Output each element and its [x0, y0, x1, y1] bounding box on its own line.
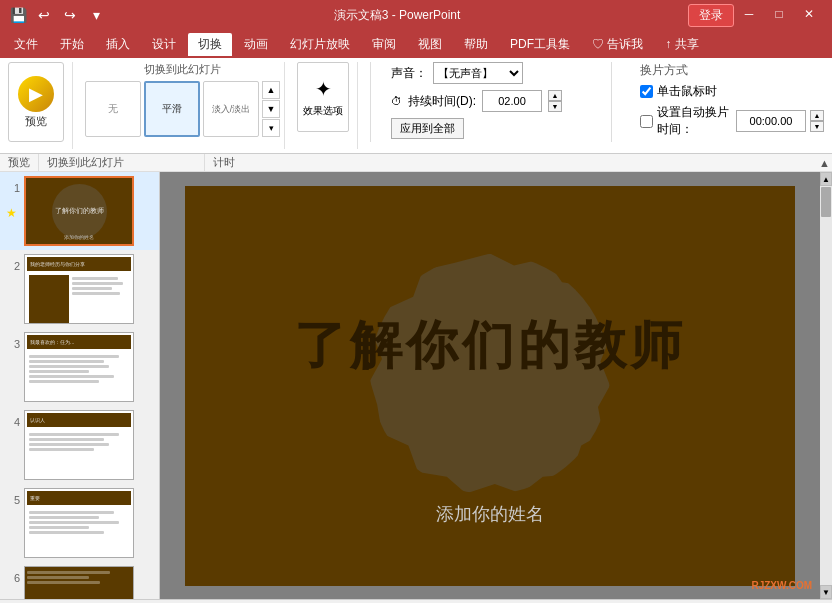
redo-icon[interactable]: ↪	[60, 5, 80, 25]
slide-thumb-2[interactable]: 2 我的老师经历与你们分享	[0, 250, 159, 328]
menu-file[interactable]: 文件	[4, 33, 48, 56]
scroll-down-button[interactable]: ▼	[820, 585, 832, 599]
slide-num-5: 5	[4, 494, 20, 506]
expand-icon[interactable]: ▲	[243, 157, 832, 169]
thumb-1-title: 了解你们的教师	[53, 204, 106, 218]
slide-num-1: 1	[4, 182, 20, 194]
login-button[interactable]: 登录	[688, 4, 734, 27]
save-icon[interactable]: 💾	[8, 5, 28, 25]
ribbon-timing: 声音： 【无声音】 ⏱ 持续时间(D): 02.00 ▲ ▼ 应用到全部 换片	[383, 62, 824, 149]
scroll-track[interactable]	[820, 186, 832, 585]
menu-pdf[interactable]: PDF工具集	[500, 33, 580, 56]
slide-panel: 1 ★ 了解你们的教师 添加你的姓名 2 我的老师经历与你们分享	[0, 172, 160, 599]
status-bar: 幻灯片 第 1 张，共 10 张 ⊞ 🔒 中文(中国) ☰ 备注 💬 批注 ⊞ …	[0, 599, 832, 603]
duration-spinner: ▲ ▼	[548, 90, 562, 112]
effects-label: 效果选项	[303, 104, 343, 118]
menu-tell[interactable]: ♡ 告诉我	[582, 33, 653, 56]
transition-none-label: 无	[108, 102, 118, 116]
slide-thumb-5[interactable]: 5 重要	[0, 484, 159, 562]
slide-canvas: 了解你们的教师 添加你的姓名 RJZXW.COM	[160, 172, 820, 599]
sound-row: 声音： 【无声音】	[391, 62, 591, 84]
slide-thumbnail-3: 我最喜欢的：任为...	[24, 332, 134, 402]
duration-up[interactable]: ▲	[548, 90, 562, 101]
slide-thumbnail-6	[24, 566, 134, 599]
slide-thumbnail-5: 重要	[24, 488, 134, 558]
ribbon-group-preview: ▶ 预览	[8, 62, 73, 149]
scroll-up-button[interactable]: ▲	[820, 172, 832, 186]
slide-frame[interactable]: 了解你们的教师 添加你的姓名	[185, 186, 795, 586]
title-bar-right: 登录 ─ □ ✕	[688, 4, 824, 27]
menu-share[interactable]: ↑ 共享	[655, 33, 708, 56]
apply-all-button[interactable]: 应用到全部	[391, 118, 464, 139]
menu-slideshow[interactable]: 幻灯片放映	[280, 33, 360, 56]
preview-section-label: 预览	[0, 154, 39, 171]
close-button[interactable]: ✕	[794, 4, 824, 24]
timing-right: 换片方式 单击鼠标时 设置自动换片时间： 00:00.00 ▲ ▼	[632, 62, 824, 138]
preview-button[interactable]: ▶ 预览	[8, 62, 64, 142]
auto-time-up[interactable]: ▲	[810, 110, 824, 121]
apply-all-row: 应用到全部	[391, 118, 591, 139]
slide-thumb-4[interactable]: 4 认识人	[0, 406, 159, 484]
transition-slide[interactable]: 平滑	[144, 81, 200, 137]
menu-bar: 文件 开始 插入 设计 切换 动画 幻灯片放映 审阅 视图 帮助 PDF工具集 …	[0, 30, 832, 58]
thumb-1-subtitle: 添加你的姓名	[64, 234, 94, 240]
transition-none[interactable]: 无	[85, 81, 141, 137]
auto-time-down[interactable]: ▼	[810, 121, 824, 132]
menu-help[interactable]: 帮助	[454, 33, 498, 56]
thumb-5-header: 重要	[30, 495, 40, 501]
duration-row: ⏱ 持续时间(D): 02.00 ▲ ▼	[391, 90, 591, 112]
switch-method-label: 换片方式	[640, 62, 824, 79]
transition-fade[interactable]: 淡入/淡出	[203, 81, 259, 137]
timing-section-label: 计时	[205, 154, 243, 171]
click-checkbox[interactable]	[640, 85, 653, 98]
slide-thumbnail-2: 我的老师经历与你们分享	[24, 254, 134, 324]
slide-num-6: 6	[4, 572, 20, 584]
auto-label: 设置自动换片时间：	[657, 104, 732, 138]
undo-icon[interactable]: ↩	[34, 5, 54, 25]
title-bar-left: 💾 ↩ ↪ ▾	[8, 5, 106, 25]
scroll-more-arrow[interactable]: ▾	[262, 119, 280, 137]
slide-thumb-1[interactable]: 1 ★ 了解你们的教师 添加你的姓名	[0, 172, 159, 250]
auto-time-input[interactable]: 00:00.00	[736, 110, 806, 132]
star-icon-1: ★	[6, 206, 17, 220]
transition-to-label: 切换到此幻灯片	[144, 62, 221, 77]
thumb-2-header: 我的老师经历与你们分享	[30, 261, 85, 267]
effects-button[interactable]: ✦ 效果选项	[297, 62, 349, 132]
ribbon-divider-2	[611, 62, 612, 142]
duration-input[interactable]: 02.00	[482, 90, 542, 112]
ribbon-group-transitions: 切换到此幻灯片 无 平滑 淡入/淡出 ▲ ▼ ▾	[85, 62, 285, 149]
ribbon-preview-content: ▶ 预览	[8, 62, 64, 149]
scroll-thumb[interactable]	[821, 187, 831, 217]
slide-thumb-6[interactable]: 6	[0, 562, 159, 599]
menu-design[interactable]: 设计	[142, 33, 186, 56]
preview-icon: ▶	[18, 76, 54, 112]
menu-home[interactable]: 开始	[50, 33, 94, 56]
auto-checkbox[interactable]	[640, 115, 653, 128]
menu-view[interactable]: 视图	[408, 33, 452, 56]
duration-down[interactable]: ▼	[548, 101, 562, 112]
main-area: 1 ★ 了解你们的教师 添加你的姓名 2 我的老师经历与你们分享	[0, 172, 832, 599]
menu-transitions[interactable]: 切换	[188, 33, 232, 56]
slide-main-title: 了解你们的教师	[294, 311, 686, 381]
timing-left: 声音： 【无声音】 ⏱ 持续时间(D): 02.00 ▲ ▼ 应用到全部	[391, 62, 591, 139]
section-label-bar: 预览 切换到此幻灯片 计时 ▲	[0, 154, 832, 172]
auto-checkbox-row: 设置自动换片时间： 00:00.00 ▲ ▼	[640, 104, 824, 138]
slide-thumbnail-1: 了解你们的教师 添加你的姓名	[24, 176, 134, 246]
menu-insert[interactable]: 插入	[96, 33, 140, 56]
minimize-button[interactable]: ─	[734, 4, 764, 24]
preview-label: 预览	[25, 114, 47, 129]
slide-thumb-3[interactable]: 3 我最喜欢的：任为...	[0, 328, 159, 406]
menu-animations[interactable]: 动画	[234, 33, 278, 56]
slide-num-4: 4	[4, 416, 20, 428]
ribbon-group-effects: ✦ 效果选项	[297, 62, 358, 149]
clock-icon: ⏱	[391, 95, 402, 107]
maximize-button[interactable]: □	[764, 4, 794, 24]
watermark: RJZXW.COM	[751, 580, 812, 591]
transition-slide-label: 平滑	[162, 102, 182, 116]
menu-review[interactable]: 审阅	[362, 33, 406, 56]
scroll-up-arrow[interactable]: ▲	[262, 81, 280, 99]
quick-access-icon[interactable]: ▾	[86, 5, 106, 25]
transition-styles: 无 平滑 淡入/淡出 ▲ ▼ ▾	[85, 81, 280, 137]
sound-select[interactable]: 【无声音】	[433, 62, 523, 84]
scroll-down-arrow[interactable]: ▼	[262, 100, 280, 118]
